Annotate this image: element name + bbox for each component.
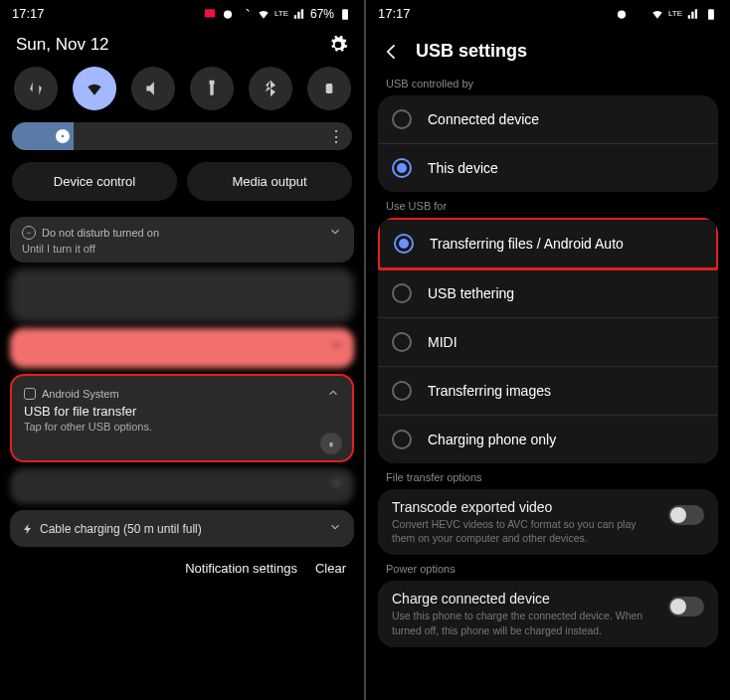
brightness-thumb[interactable] xyxy=(56,129,70,143)
radio-label: Transferring files / Android Auto xyxy=(430,236,624,252)
toggle-charge-device[interactable]: Charge connected device Use this phone t… xyxy=(378,581,718,646)
radio-connected-device[interactable]: Connected device xyxy=(378,95,718,144)
usb-title: USB for file transfer xyxy=(24,404,340,419)
radio-icon xyxy=(392,109,412,129)
svg-rect-0 xyxy=(205,9,216,17)
signal-icon xyxy=(686,7,700,21)
radio-transferring-files[interactable]: Transferring files / Android Auto xyxy=(378,218,718,270)
charging-text: Cable charging (50 m until full) xyxy=(40,522,202,536)
dnd-card[interactable]: − Do not disturb turned on Until I turn … xyxy=(10,217,354,262)
switch-off[interactable] xyxy=(668,597,704,616)
chevron-down-icon[interactable] xyxy=(328,225,342,241)
vibrate-icon xyxy=(239,7,253,21)
radio-label: This device xyxy=(428,160,498,176)
gear-icon[interactable] xyxy=(328,35,348,55)
usb-settings-panel: 17:17 LTE USB settings USB controlled by… xyxy=(366,0,730,700)
wifi-icon xyxy=(650,7,664,21)
charging-card[interactable]: Cable charging (50 m until full) xyxy=(10,510,354,547)
brightness-fill xyxy=(12,122,74,150)
data-icon xyxy=(26,79,46,98)
brightness-menu-icon[interactable]: ⋮ xyxy=(328,127,344,146)
section-usb-controlled: USB controlled by xyxy=(366,70,730,95)
lock-rotate-icon xyxy=(319,79,339,98)
status-time: 17:17 xyxy=(378,6,411,21)
header: USB settings xyxy=(366,27,730,70)
radio-usb-tethering[interactable]: USB tethering xyxy=(378,269,718,318)
control-row: Device control Media output xyxy=(0,162,364,211)
flashlight-icon xyxy=(202,79,222,98)
blurred-notification-red[interactable] xyxy=(10,328,354,368)
wifi-icon xyxy=(85,79,104,98)
battery-icon xyxy=(704,7,718,21)
block-use-usb-for: Transferring files / Android Auto USB te… xyxy=(378,218,718,463)
bolt-icon xyxy=(22,523,34,535)
svg-rect-2 xyxy=(342,9,348,19)
status-time: 17:17 xyxy=(12,6,45,21)
signal-icon xyxy=(292,7,306,21)
bottom-actions: Notification settings Clear xyxy=(0,553,364,584)
svg-point-4 xyxy=(61,135,64,138)
notification-panel: 17:17 LTE 67% Sun, Nov 12 ⋮ xyxy=(0,0,364,700)
radio-icon xyxy=(392,430,412,449)
device-control-button[interactable]: Device control xyxy=(12,162,177,201)
status-bar: 17:17 LTE xyxy=(366,0,730,27)
radio-charging-only[interactable]: Charging phone only xyxy=(378,416,718,463)
radio-midi[interactable]: MIDI xyxy=(378,318,718,367)
signal-label: LTE xyxy=(274,9,288,18)
status-bar: 17:17 LTE 67% xyxy=(0,0,364,27)
svg-rect-6 xyxy=(708,9,714,19)
qs-flashlight[interactable] xyxy=(190,67,234,110)
radio-icon xyxy=(392,283,412,303)
switch-off[interactable] xyxy=(668,505,704,525)
battery-icon xyxy=(338,7,352,21)
page-title: USB settings xyxy=(416,41,527,62)
radio-label: MIDI xyxy=(428,334,457,350)
usb-app: Android System xyxy=(42,388,119,400)
clear-button[interactable]: Clear xyxy=(315,561,346,576)
alarm-icon xyxy=(221,7,235,21)
quick-settings-row xyxy=(0,67,364,122)
radio-icon xyxy=(392,381,412,401)
chevron-down-icon[interactable] xyxy=(328,520,342,537)
chevron-up-icon[interactable] xyxy=(326,386,340,402)
chevron-down-icon[interactable] xyxy=(330,338,344,356)
radio-icon xyxy=(392,158,412,178)
cast-icon xyxy=(203,7,217,21)
sun-icon xyxy=(59,132,67,140)
radio-label: Connected device xyxy=(428,111,539,127)
dnd-title: Do not disturb turned on xyxy=(42,227,159,239)
bluetooth-icon xyxy=(261,79,280,98)
battery-text: 67% xyxy=(310,7,334,21)
plug-icon[interactable] xyxy=(320,433,342,454)
wifi-icon xyxy=(257,7,271,21)
date-text: Sun, Nov 12 xyxy=(16,35,109,55)
date-row: Sun, Nov 12 xyxy=(0,27,364,67)
qs-data[interactable] xyxy=(14,67,58,110)
notification-settings-link[interactable]: Notification settings xyxy=(185,561,297,576)
usb-notification[interactable]: Android System USB for file transfer Tap… xyxy=(10,374,354,462)
mute-icon xyxy=(143,79,163,98)
back-icon[interactable] xyxy=(382,42,402,62)
radio-transferring-images[interactable]: Transferring images xyxy=(378,367,718,416)
qs-rotation[interactable] xyxy=(307,67,351,110)
blurred-notification-1[interactable] xyxy=(10,268,354,322)
media-output-button[interactable]: Media output xyxy=(187,162,352,201)
status-icons: LTE xyxy=(615,7,718,21)
svg-rect-3 xyxy=(325,84,332,93)
brightness-slider[interactable]: ⋮ xyxy=(12,122,352,150)
charge-sub: Use this phone to charge the connected d… xyxy=(392,609,656,636)
svg-point-1 xyxy=(224,10,232,18)
status-icons: LTE 67% xyxy=(203,7,352,21)
blurred-notification-2[interactable] xyxy=(10,468,354,504)
block-power: Charge connected device Use this phone t… xyxy=(378,581,718,646)
transcode-title: Transcode exported video xyxy=(392,499,656,515)
usb-sub: Tap for other USB options. xyxy=(24,421,340,433)
radio-this-device[interactable]: This device xyxy=(378,144,718,192)
vibrate-icon xyxy=(633,7,646,21)
qs-sound[interactable] xyxy=(131,67,175,110)
qs-wifi[interactable] xyxy=(73,67,116,110)
signal-label: LTE xyxy=(668,9,682,18)
toggle-transcode[interactable]: Transcode exported video Convert HEVC vi… xyxy=(378,489,718,555)
chevron-down-icon[interactable] xyxy=(330,476,344,494)
qs-bluetooth[interactable] xyxy=(249,67,292,110)
